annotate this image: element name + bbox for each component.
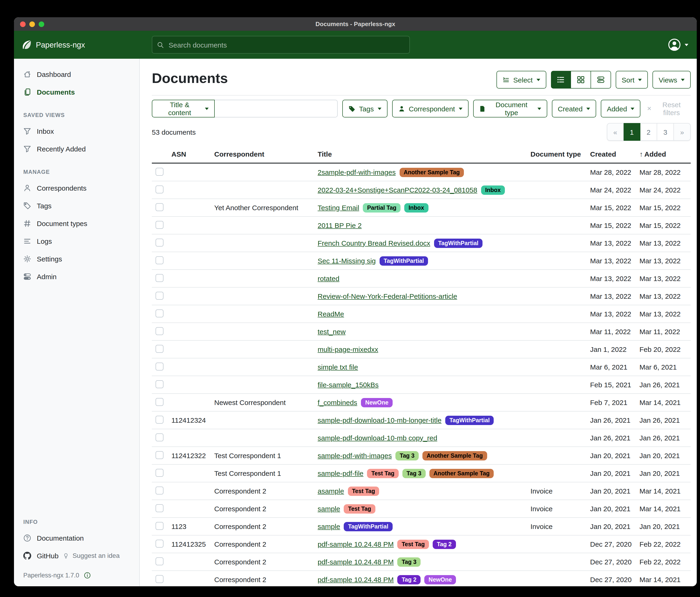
sort-button[interactable]: Sort — [616, 71, 648, 89]
zoom-window-button[interactable] — [39, 21, 44, 27]
document-link[interactable]: sample-pdf-download-10-mb copy_red — [318, 434, 437, 442]
document-link[interactable]: Testing Email — [318, 204, 359, 211]
row-checkbox[interactable] — [155, 451, 164, 459]
row-checkbox[interactable] — [155, 291, 164, 300]
user-menu[interactable] — [667, 38, 689, 52]
document-link[interactable]: sample-pdf-with-images — [318, 451, 392, 459]
sidebar-item-admin[interactable]: Admin — [14, 267, 139, 285]
pagination-prev-button[interactable]: « — [607, 123, 624, 141]
row-checkbox[interactable] — [155, 185, 164, 193]
pagination-page-2[interactable]: 2 — [641, 123, 657, 141]
sidebar-item-github[interactable]: GitHub — [14, 547, 62, 564]
tag-badge[interactable]: Test Tag — [348, 486, 379, 496]
document-link[interactable]: sample-pdf-file — [318, 469, 364, 477]
title-column-header[interactable]: Title — [314, 145, 527, 163]
pagination-next-button[interactable]: » — [674, 123, 691, 141]
row-checkbox[interactable] — [155, 469, 164, 477]
asn-column-header[interactable]: ASN — [168, 145, 210, 163]
tag-badge[interactable]: Tag 2 — [398, 575, 421, 584]
row-checkbox[interactable] — [155, 522, 164, 530]
row-checkbox[interactable] — [155, 433, 164, 441]
document-link[interactable]: 2011 BP Pie 2 — [318, 221, 361, 229]
row-checkbox[interactable] — [155, 274, 164, 282]
pagination-page-3[interactable]: 3 — [657, 123, 674, 141]
tag-badge[interactable]: Another Sample Tag — [422, 451, 487, 460]
row-checkbox[interactable] — [155, 344, 164, 353]
row-checkbox[interactable] — [155, 504, 164, 512]
tag-badge[interactable]: TagWithPartial — [380, 256, 428, 265]
added-filter-button[interactable]: Added — [601, 100, 641, 117]
sidebar-item-dashboard[interactable]: Dashboard — [14, 65, 139, 83]
row-checkbox[interactable] — [155, 327, 164, 335]
sidebar-item-tags[interactable]: Tags — [14, 197, 139, 214]
document-link[interactable]: rotated — [318, 274, 339, 282]
row-checkbox[interactable] — [155, 362, 164, 370]
document-link[interactable]: sample — [318, 522, 340, 530]
document-link[interactable]: pdf-sample 10.24.48 PM — [318, 575, 394, 583]
row-checkbox[interactable] — [155, 540, 164, 547]
tag-badge[interactable]: Tag 3 — [398, 557, 421, 567]
document-type-filter-button[interactable]: Document type — [473, 100, 547, 117]
document-link[interactable]: f_combineds — [318, 398, 357, 406]
sidebar-item-inbox[interactable]: Inbox — [14, 122, 139, 140]
info-circle-icon[interactable] — [84, 572, 91, 579]
created-filter-button[interactable]: Created — [552, 100, 596, 117]
list-view-button[interactable] — [551, 71, 571, 89]
row-checkbox[interactable] — [155, 415, 164, 423]
tag-badge[interactable]: Tag 3 — [395, 451, 419, 460]
document-link[interactable]: Sec 11-Missing sig — [318, 257, 376, 264]
document-link[interactable]: asample — [318, 487, 344, 495]
views-button[interactable]: Views — [653, 71, 691, 89]
pagination-page-1[interactable]: 1 — [624, 123, 641, 141]
tags-filter-button[interactable]: Tags — [342, 100, 387, 117]
filter-query-input[interactable] — [215, 100, 338, 117]
document-link[interactable]: sample-pdf-download-10-mb-longer-title — [318, 416, 442, 424]
search-input[interactable] — [168, 40, 405, 49]
minimize-window-button[interactable] — [29, 21, 35, 27]
close-window-button[interactable] — [20, 21, 26, 27]
tag-badge[interactable]: Test Tag — [398, 540, 429, 549]
brand-logo[interactable]: Paperless-ngx — [21, 40, 140, 50]
suggest-idea-link[interactable]: Suggest an idea — [62, 552, 120, 559]
document-link[interactable]: file-sample_150kBs — [318, 381, 379, 389]
document-link[interactable]: test_new — [318, 328, 346, 336]
document-link[interactable]: 2sample-pdf-with-images — [318, 168, 396, 176]
row-checkbox[interactable] — [155, 575, 164, 583]
document-link[interactable]: pdf-sample 10.24.48 PM — [318, 558, 394, 566]
correspondent-column-header[interactable]: Correspondent — [210, 145, 314, 163]
document-link[interactable]: pdf-sample 10.24.48 PM — [318, 540, 394, 548]
document-link[interactable]: French Country Bread Revised.docx — [318, 239, 430, 247]
document-link[interactable]: Review-of-New-York-Federal-Petitions-art… — [318, 292, 457, 300]
tag-badge[interactable]: NewOne — [424, 575, 456, 584]
row-checkbox[interactable] — [155, 557, 164, 565]
tag-badge[interactable]: Partial Tag — [363, 203, 401, 212]
document-link[interactable]: sample — [318, 504, 340, 512]
sidebar-item-documents[interactable]: Documents — [14, 83, 139, 101]
document-link[interactable]: ReadMe — [318, 310, 344, 318]
sidebar-item-documentation[interactable]: Documentation — [14, 529, 139, 547]
sidebar-item-logs[interactable]: Logs — [14, 232, 139, 250]
row-checkbox[interactable] — [155, 398, 164, 406]
tag-badge[interactable]: TagWithPartial — [344, 522, 393, 531]
reset-filters-button[interactable]: × Reset filters — [645, 101, 691, 117]
document-link[interactable]: multi-page-mixedxx — [318, 345, 378, 353]
tag-badge[interactable]: Another Sample Tag — [429, 469, 494, 478]
row-checkbox[interactable] — [155, 168, 164, 175]
document-link[interactable]: simple txt file — [318, 363, 358, 371]
created-column-header[interactable]: Created — [586, 145, 636, 163]
row-checkbox[interactable] — [155, 203, 164, 211]
row-checkbox[interactable] — [155, 256, 164, 264]
grid-view-button[interactable] — [571, 71, 591, 89]
row-checkbox[interactable] — [155, 380, 164, 388]
tag-badge[interactable]: Tag 2 — [433, 540, 456, 549]
tag-badge[interactable]: Test Tag — [344, 504, 375, 514]
sidebar-item-correspondents[interactable]: Correspondents — [14, 179, 139, 197]
row-checkbox[interactable] — [155, 309, 164, 317]
document-type-column-header[interactable]: Document type — [527, 145, 586, 163]
tag-badge[interactable]: Test Tag — [367, 469, 399, 478]
tag-badge[interactable]: Inbox — [404, 203, 428, 212]
tag-badge[interactable]: Inbox — [481, 185, 505, 195]
select-button[interactable]: Select — [497, 71, 546, 89]
detail-view-button[interactable] — [591, 71, 611, 89]
row-checkbox[interactable] — [155, 221, 164, 229]
